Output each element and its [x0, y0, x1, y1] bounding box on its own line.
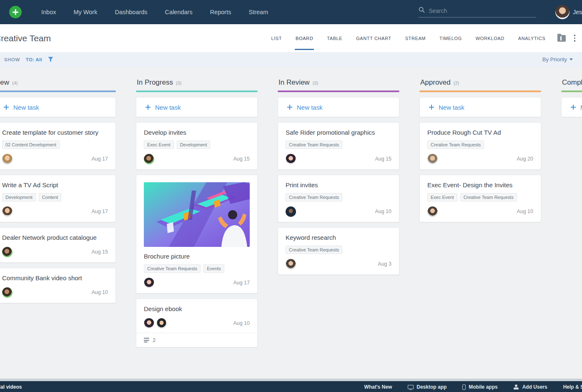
new-task-button[interactable]: New task — [561, 97, 582, 117]
new-task-button[interactable]: New task — [136, 97, 258, 117]
assignee-avatar[interactable] — [144, 318, 154, 329]
task-card[interactable]: Safe Rider promotional graphics Creative… — [278, 122, 399, 170]
tutorial-videos-link[interactable]: Tutorial videos — [0, 384, 22, 390]
mobile-icon — [462, 384, 466, 390]
tag[interactable]: Development — [2, 193, 36, 201]
plus-icon — [571, 105, 576, 110]
card-footer: Aug 17 — [144, 277, 250, 288]
task-card[interactable]: Brochure picture Creative Team Requests … — [136, 175, 258, 294]
nav-right-group: Jes — [419, 5, 582, 19]
tab-table[interactable]: TABLE — [327, 34, 342, 43]
whats-new-link[interactable]: What's New — [364, 384, 392, 390]
folder-icon[interactable] — [557, 35, 566, 42]
column-completed: Completed New task — [561, 78, 582, 379]
column-accent-bar — [278, 90, 399, 92]
tag[interactable]: Creative Team Requests — [427, 141, 484, 149]
assignee-avatar[interactable] — [427, 154, 438, 164]
task-title: Safe Rider promotional graphics — [286, 128, 391, 137]
tag[interactable]: Content — [39, 193, 62, 201]
nav-item-my-work[interactable]: My Work — [65, 5, 106, 20]
task-card[interactable]: Keyword research Creative Team Requests … — [278, 227, 399, 275]
due-date: Aug 17 — [233, 280, 250, 286]
tag[interactable]: Creative Team Requests — [460, 193, 517, 201]
subtask-row[interactable]: 2 — [136, 333, 257, 347]
tab-analytics[interactable]: ANALYTICS — [518, 34, 546, 43]
tab-stream[interactable]: STREAM — [405, 34, 426, 43]
assignee-avatar[interactable] — [2, 154, 13, 164]
tag[interactable]: Exec Event — [427, 193, 457, 201]
assignee-avatar[interactable] — [156, 318, 167, 329]
tab-workload[interactable]: WORKLOAD — [476, 34, 504, 43]
assignee-avatar[interactable] — [427, 206, 438, 217]
nav-item-inbox[interactable]: Inbox — [33, 5, 65, 20]
bottom-bar: Tutorial videos What's New Desktop app M… — [0, 381, 582, 392]
nav-item-stream[interactable]: Stream — [240, 5, 277, 20]
tag-list: Creative Team Requests — [286, 246, 391, 254]
more-options-icon[interactable] — [573, 34, 577, 43]
column-name: New — [0, 78, 9, 87]
task-card[interactable]: Write a TV Ad Script Development Content… — [0, 175, 116, 222]
task-card[interactable]: Dealer Network product catalogue Aug 15 — [0, 227, 116, 263]
card-footer: Aug 3 — [286, 259, 391, 269]
assignee-avatar[interactable] — [2, 287, 13, 298]
assignee-avatar[interactable] — [2, 247, 13, 257]
tag[interactable]: Events — [203, 264, 224, 273]
task-card[interactable]: Develop invites Exec Event Development A… — [136, 122, 258, 170]
assignee-avatar[interactable] — [144, 278, 154, 288]
assignee-avatar[interactable] — [286, 259, 296, 269]
tag[interactable]: Development — [177, 141, 211, 149]
card-footer: Aug 20 — [427, 153, 533, 164]
card-footer: Aug 10 — [2, 287, 108, 298]
due-date: Aug 10 — [91, 289, 108, 295]
help-support-link[interactable]: Help & Support — [563, 384, 582, 390]
search-box[interactable] — [419, 7, 536, 18]
new-task-button[interactable]: New task — [278, 97, 399, 117]
create-new-button[interactable] — [9, 6, 22, 18]
tag[interactable]: Creative Team Requests — [286, 193, 342, 201]
tag[interactable]: Creative Team Requests — [144, 264, 201, 273]
nav-item-reports[interactable]: Reports — [201, 5, 240, 20]
tab-timelog[interactable]: TIMELOG — [439, 34, 462, 43]
assignee-avatar[interactable] — [286, 154, 296, 164]
column-header: New (4) — [0, 78, 116, 87]
task-card[interactable]: Community Bank video short Aug 10 — [0, 268, 116, 303]
nav-item-dashboards[interactable]: Dashboards — [106, 5, 156, 20]
sort-selector[interactable]: By Priority — [542, 56, 573, 63]
desktop-app-link[interactable]: Desktop app — [408, 384, 447, 390]
assignee-avatar[interactable] — [286, 206, 296, 217]
add-users-link[interactable]: Add Users — [514, 384, 547, 390]
user-avatar[interactable] — [555, 5, 569, 19]
task-title: Community Bank video short — [2, 274, 108, 282]
tag[interactable]: Exec Event — [144, 141, 174, 149]
mobile-apps-link[interactable]: Mobile apps — [462, 384, 497, 390]
column-new: New (4) New task Create template for cus… — [0, 78, 116, 379]
tab-board[interactable]: BOARD — [296, 34, 313, 43]
assignee-avatar[interactable] — [2, 206, 13, 217]
assignee-filter[interactable]: TO: All — [26, 57, 42, 62]
task-title: Create template for customer story — [2, 128, 108, 137]
task-card[interactable]: Exec Event- Design the Invites Exec Even… — [419, 175, 541, 222]
tag[interactable]: 02 Content Development — [2, 141, 60, 149]
tab-gantt-chart[interactable]: GANTT CHART — [356, 34, 391, 43]
column-accent-bar — [561, 90, 582, 92]
search-input[interactable] — [429, 8, 536, 14]
plus-icon — [146, 105, 151, 110]
user-menu[interactable]: Jes — [555, 5, 582, 19]
tag[interactable]: Creative Team Requests — [286, 246, 342, 254]
nav-item-calendars[interactable]: Calendars — [156, 5, 201, 20]
new-task-button[interactable]: New task — [419, 97, 541, 117]
card-footer: Aug 10 — [427, 206, 533, 217]
tab-list[interactable]: LIST — [271, 34, 282, 43]
task-card[interactable]: Produce Rough Cut TV Ad Creative Team Re… — [419, 122, 541, 170]
task-card[interactable]: Design ebook Aug 10 2 — [136, 299, 258, 347]
task-card[interactable]: Print invites Creative Team Requests Aug… — [278, 175, 399, 222]
tag[interactable]: Creative Team Requests — [286, 141, 342, 149]
new-task-button[interactable]: New task — [0, 97, 116, 117]
task-attachment-image[interactable] — [144, 182, 250, 247]
tag-list: Exec Event Development — [144, 141, 250, 149]
column-header: Completed — [561, 78, 582, 87]
column-count: (3) — [313, 80, 318, 85]
filter-funnel-icon[interactable] — [48, 57, 53, 62]
task-card[interactable]: Create template for customer story 02 Co… — [0, 122, 116, 170]
assignee-avatar[interactable] — [144, 154, 154, 164]
